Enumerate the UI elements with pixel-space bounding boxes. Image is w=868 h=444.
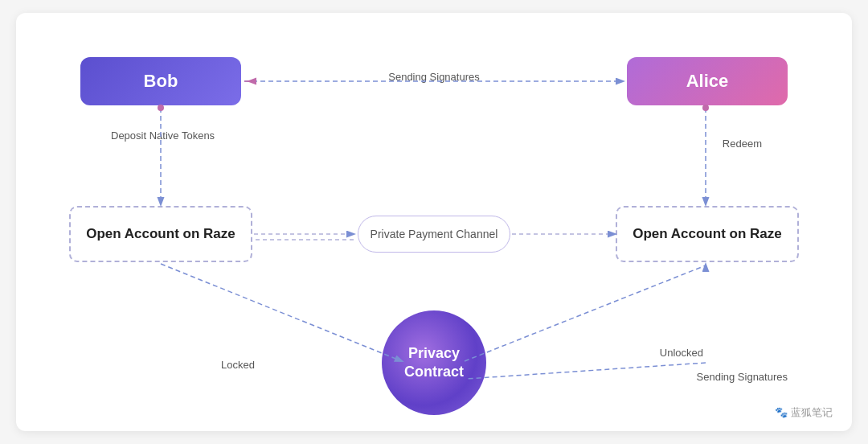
privacy-contract-node: PrivacyContract [382, 310, 486, 415]
sending-signatures-label: Sending Signatures [388, 71, 479, 83]
bob-label: Bob [144, 71, 178, 92]
ppc-label: Private Payment Channel [371, 228, 498, 240]
privacy-label: PrivacyContract [404, 344, 464, 382]
locked-label: Locked [221, 359, 255, 371]
private-payment-channel: Private Payment Channel [358, 216, 510, 253]
oar-right-label: Open Account on Raze [633, 225, 781, 243]
sending-signatures2-label: Sending Signatures [697, 371, 788, 383]
alice-label: Alice [686, 71, 729, 92]
deposit-label: Deposit Native Tokens [111, 130, 215, 142]
open-account-raze-right: Open Account on Raze [616, 206, 799, 262]
oar-left-to-privacy [161, 264, 402, 361]
redeem-label: Redeem [723, 138, 762, 150]
watermark: 🐾 蓝狐笔记 [775, 405, 833, 420]
unlocked-label: Unlocked [660, 347, 703, 359]
bob-dot [158, 105, 164, 111]
diagram-container: Bob Alice Open Account on Raze Open Acco… [16, 13, 852, 431]
bob-node: Bob [80, 57, 241, 105]
alice-dot [702, 105, 709, 111]
oar-left-label: Open Account on Raze [86, 225, 235, 243]
open-account-raze-left: Open Account on Raze [69, 206, 252, 262]
sig-to-privacy [466, 363, 706, 379]
alice-node: Alice [627, 57, 788, 105]
